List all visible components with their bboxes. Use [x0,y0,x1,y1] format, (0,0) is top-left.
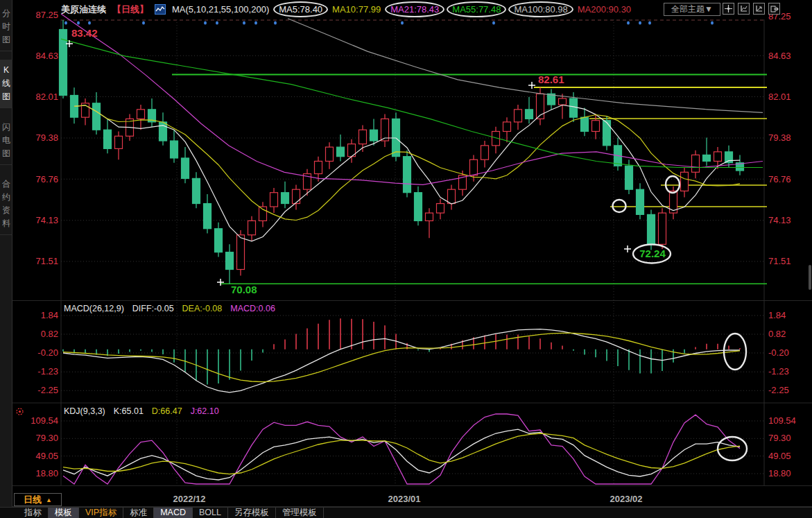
toolbar-item-3[interactable]: VIP指标 [79,508,123,518]
chart-scale-icon[interactable] [738,3,750,15]
ma-legend-item-6: MA200:90.30 [578,4,631,15]
chevron-up-icon: ▲ [46,497,52,503]
sidebar-item-4[interactable]: 合约资料 [0,173,12,235]
event-dot [274,21,277,24]
y-axis-label: 74.13 [768,215,791,225]
y-axis-label: 109.54 [31,415,58,426]
time-axis-label: 2023/02 [610,494,643,504]
y-axis-label: 18.80 [35,468,58,478]
left-sidebar: 分时图K线图闪电图合约资料 [0,0,12,507]
event-dot [77,21,80,24]
toolbar-item-2[interactable]: 模板 [49,508,79,518]
annotation-price-label: 70.08 [231,284,257,295]
kdj-params: KDJ(9,3,3) [64,406,105,416]
event-dot [492,21,495,24]
y-axis-label: -1.23 [37,366,58,377]
toolbar-item-8[interactable]: 管理模板 [276,508,324,518]
event-dot [401,21,404,24]
ma-legend-item-2: MA10:77.99 [332,4,381,15]
y-axis-label: 79.30 [35,433,58,443]
crosshair-icon[interactable] [723,3,734,15]
ma-legend-item-1: MA5:78.40 [273,1,328,17]
highlight-circle [666,176,680,193]
kdj-d-line [63,433,740,474]
ma-legend-item-4: MA55:77.48 [447,1,506,17]
macd-value-1: DIFF:-0.05 [132,304,174,313]
y-axis-label: 49.05 [768,451,791,461]
macd-dea-line [63,333,740,381]
toolbar-item-6[interactable]: BOLL [193,508,228,518]
toolbar-item-7[interactable]: 另存模板 [228,508,276,518]
indicator-settings-icon[interactable] [15,406,24,419]
y-axis-label: 0.82 [768,329,786,339]
annotation-price-label: 83.42 [71,27,98,39]
kdj-value-1: K:65.01 [114,406,144,416]
y-axis-label: 84.63 [768,51,791,61]
macd-value-3: MACD:0.06 [230,304,275,313]
toolbar-item-1[interactable]: 指标 [18,508,49,518]
annotation-price-label: 82.61 [538,74,564,85]
macd-panel [63,318,740,384]
chart-canvas[interactable]: 87.2587.2584.6384.6382.0182.0179.3879.38… [0,0,812,518]
y-axis-label: 74.13 [35,215,58,225]
popout-icon[interactable] [768,3,780,15]
y-axis-label: -0.20 [768,347,789,358]
time-axis-label: 2022/12 [173,494,206,504]
y-axis-label: -0.20 [37,347,58,358]
ma-legend-item-5: MA100:80.98 [508,1,573,17]
instrument-name: 美原油连续 [61,3,106,16]
chart-header: 美原油连续 【日线】 MA(5,10,21,55,100,200) MA5:78… [61,0,631,19]
y-axis-label: 76.76 [768,174,791,184]
y-axis-label: -1.23 [768,366,789,377]
ma-line-ma100 [288,19,763,113]
y-axis-label: -2.25 [768,385,789,395]
event-dot [216,21,218,24]
macd-indicator-readout: MACD(26,12,9)DIFF:-0.05DEA:-0.08MACD:0.0… [64,304,275,313]
chart-scale-arrow-icon[interactable] [753,3,765,15]
y-axis-label: 79.38 [35,132,58,143]
ma-legend: MA5:78.40MA10:77.99MA21:78.43MA55:77.48M… [275,1,631,17]
y-axis-label: 49.05 [35,451,58,461]
event-dot [639,21,641,24]
y-axis-label: 71.51 [35,256,58,266]
y-axis-label: 109.54 [768,415,796,426]
y-axis-label: 82.01 [768,92,791,102]
y-axis-label: 1.84 [768,310,786,320]
ma-line-ma55 [61,39,763,167]
event-dot [627,21,630,24]
y-axis-label: 79.38 [768,132,791,143]
event-dot [88,21,91,24]
y-axis-label: 79.30 [768,433,791,443]
y-axis-label: 1.84 [41,310,58,320]
period-selector[interactable]: 日线 ▲ [14,493,62,506]
kdj-value-2: D:66.47 [152,406,182,416]
sidebar-item-1[interactable]: 分时图 [0,3,12,51]
macd-value-2: DEA:-0.08 [182,304,223,313]
y-axis-label: 71.51 [768,256,791,266]
sidebar-item-3[interactable]: 闪电图 [0,116,12,165]
sidebar-item-2[interactable]: K线图 [0,60,12,108]
y-axis-label: 87.25 [35,10,58,20]
trading-app-window: 87.2587.2584.6384.6382.0182.0179.3879.38… [0,0,812,518]
toolbar-item-5[interactable]: MACD [154,508,193,518]
event-dot [254,21,257,24]
theme-selector-button[interactable]: 全部主题▼ [664,3,720,16]
event-dot [648,21,651,24]
line-chart-icon [155,4,166,15]
y-axis-label: 82.01 [35,92,58,102]
toolbar-item-4[interactable]: 标准 [123,508,154,518]
event-dot [243,21,245,24]
ma-settings: MA(5,10,21,55,100,200) [172,4,269,15]
scrollbar-thumb[interactable] [809,265,811,290]
cross-marker [624,245,631,252]
period-label: 日线 [24,494,42,506]
annotation-price-label: 72.24 [639,248,666,259]
bottom-toolbar: 指标模板VIP指标标准MACDBOLL另存模板管理模板 [0,507,812,518]
y-axis-label: 76.76 [35,174,58,184]
highlight-circle [613,200,626,212]
time-axis-label: 2023/01 [388,494,421,504]
macd-params: MACD(26,12,9) [64,304,124,313]
kdj-value-3: J:62.10 [191,406,219,416]
macd-diff-line [63,329,740,392]
y-axis-label: 84.63 [35,51,58,61]
